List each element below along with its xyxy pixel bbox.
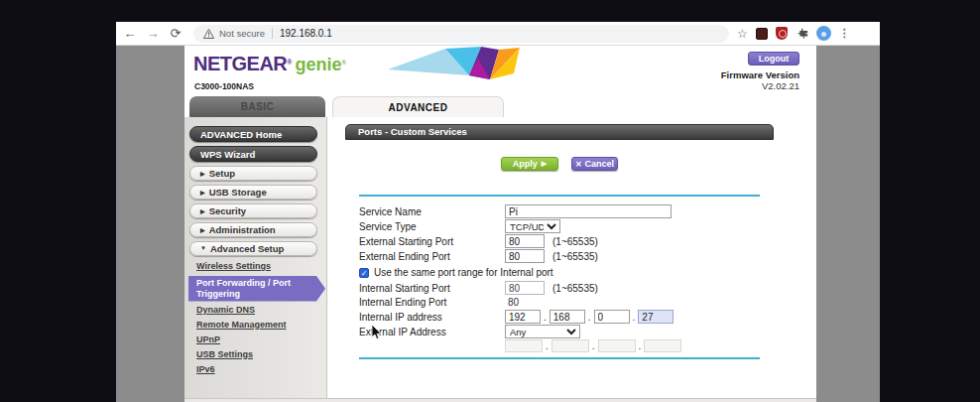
bookmark-star-icon[interactable]: ☆ [737, 27, 748, 41]
service-type-select[interactable]: TCP/UDP [505, 219, 560, 233]
extensions-puzzle-icon[interactable] [796, 25, 808, 43]
caret-down-icon: ▼ [200, 245, 206, 251]
external-ip-select[interactable]: Any [505, 325, 580, 338]
internal-ip-octet-4[interactable] [638, 310, 674, 324]
sidebar-item-wps-wizard[interactable]: WPS Wizard [189, 146, 317, 162]
internal-starting-port-label: Internal Starting Port [359, 283, 505, 294]
genie-ribbon-graphic [388, 46, 537, 83]
sidebar-item-advanced-home[interactable]: ADVANCED Home [189, 126, 317, 142]
forward-icon[interactable]: → [145, 23, 161, 45]
page-background: NETGEAR®genie® C3000-100NAS Log [116, 46, 880, 402]
external-ending-port-label: External Ending Port [359, 251, 505, 262]
logout-button[interactable]: Logout [748, 52, 799, 66]
tab-basic[interactable]: BASIC [189, 96, 325, 117]
sidebar-item-label: USB Storage [209, 187, 267, 198]
service-name-label: Service Name [359, 206, 505, 217]
not-secure-warning-icon[interactable] [203, 29, 214, 39]
submenu-dynamic-dns[interactable]: Dynamic DNS [196, 305, 326, 315]
apply-arrow-icon: ▶ [542, 160, 547, 168]
cancel-button[interactable]: ✕Cancel [571, 157, 618, 171]
external-starting-port-input[interactable] [505, 234, 545, 248]
ports-custom-services-panel: Ports - Custom Services Apply▶ ✕Cancel S… [345, 124, 774, 359]
address-bar[interactable]: Not secure 192.168.0.1 [193, 25, 729, 43]
service-type-label: Service Type [359, 221, 505, 232]
netgear-genie-logo: NETGEAR®genie® [193, 53, 346, 75]
registered-mark: ® [341, 60, 345, 66]
same-port-range-label: Use the same port range for Internal por… [374, 267, 553, 278]
internal-ip-octet-3[interactable] [594, 310, 630, 324]
tab-advanced[interactable]: ADVANCED [332, 96, 504, 117]
sidebar-item-label: Setup [209, 168, 235, 179]
internal-ip-octet-1[interactable] [505, 310, 541, 324]
sidebar-item-label: ADVANCED Home [200, 129, 282, 140]
submenu-wireless-settings[interactable]: Wireless Settings [196, 261, 326, 271]
security-label: Not secure [219, 28, 265, 39]
ip-dot: . [633, 312, 636, 323]
firmware-label: Firmware Version [721, 69, 799, 80]
reload-icon[interactable]: ⟳ [168, 23, 184, 45]
sidebar-item-usb-storage[interactable]: ▶USB Storage [189, 185, 317, 200]
browser-window: ← → ⟳ Not secure 192.168.0.1 ☆ ⋮ [116, 22, 880, 402]
main-tabs: BASIC ADVANCED [184, 95, 816, 117]
port-forwarding-form: Service Name Service Type TCP/UDP Extern… [345, 197, 774, 352]
model-number: C3000-100NAS [194, 81, 254, 91]
main-content: Ports - Custom Services Apply▶ ✕Cancel S… [327, 117, 816, 402]
same-port-range-checkbox[interactable]: ✓ [359, 268, 369, 278]
submenu-port-forwarding-selected[interactable]: Port Forwarding / Port Triggering [188, 276, 325, 302]
apply-button[interactable]: Apply▶ [501, 157, 558, 171]
port-range-hint: (1~65535) [552, 251, 598, 262]
caret-right-icon: ▶ [200, 226, 205, 233]
caret-right-icon: ▶ [200, 189, 205, 196]
internal-starting-port-input[interactable] [505, 281, 545, 295]
browser-toolbar: ← → ⟳ Not secure 192.168.0.1 ☆ ⋮ [116, 22, 880, 46]
submenu-ipv6[interactable]: IPv6 [196, 364, 326, 374]
url-text: 192.168.0.1 [280, 28, 332, 39]
cancel-x-icon: ✕ [575, 160, 582, 169]
submenu-usb-settings[interactable]: USB Settings [196, 349, 326, 359]
apply-label: Apply [513, 159, 538, 169]
external-ending-port-input[interactable] [505, 249, 545, 263]
port-range-hint: (1~65535) [552, 283, 598, 294]
url-separator [272, 28, 273, 39]
sidebar-item-administration[interactable]: ▶Administration [189, 222, 317, 237]
sidebar-item-label: Advanced Setup [210, 243, 284, 254]
panel-title: Ports - Custom Services [345, 124, 774, 140]
brand-netgear: NETGEAR [193, 53, 287, 74]
advanced-setup-submenu: Wireless Settings Port Forwarding / Port… [184, 261, 326, 374]
service-name-input[interactable] [505, 204, 672, 218]
sidebar-item-label: Administration [209, 224, 276, 235]
internal-ip-octet-2[interactable] [550, 310, 585, 324]
sidebar-item-setup[interactable]: ▶Setup [189, 166, 317, 181]
checkmark-icon: ✓ [361, 269, 368, 278]
sidebar-item-label: Security [209, 205, 247, 216]
internal-ending-port-value: 80 [505, 297, 519, 308]
mouse-cursor [371, 325, 382, 344]
internal-ending-port-label: Internal Ending Port [359, 297, 505, 308]
profile-avatar[interactable] [816, 26, 831, 41]
ip-dot: . [639, 340, 642, 351]
submenu-upnp[interactable]: UPnP [196, 335, 326, 344]
external-ip-octet-4 [644, 339, 681, 352]
sidebar-item-security[interactable]: ▶Security [189, 203, 317, 218]
ip-dot: . [592, 340, 595, 351]
back-icon[interactable]: ← [122, 23, 138, 45]
extension-icon[interactable] [756, 28, 768, 40]
firmware-info: Firmware Version V2.02.21 [721, 69, 799, 91]
submenu-remote-management[interactable]: Remote Management [196, 320, 326, 330]
registered-mark: ® [287, 59, 292, 66]
caret-right-icon: ▶ [200, 207, 205, 214]
browser-menu-icon[interactable]: ⋮ [839, 27, 850, 40]
firmware-version: V2.02.21 [721, 80, 799, 91]
external-ip-octet-3 [598, 339, 636, 352]
cancel-label: Cancel [585, 159, 615, 169]
internal-ip-label: Internal IP address [359, 312, 505, 323]
page-footer-edge [184, 398, 816, 402]
screen: ← → ⟳ Not secure 192.168.0.1 ☆ ⋮ [0, 0, 980, 402]
adblock-shield-icon[interactable] [776, 27, 788, 40]
router-admin-page: NETGEAR®genie® C3000-100NAS Log [184, 46, 816, 402]
sidebar-item-advanced-setup[interactable]: ▼Advanced Setup [189, 241, 317, 256]
teal-divider-bottom [359, 357, 760, 359]
external-ip-octet-2 [551, 339, 589, 352]
ip-dot: . [546, 340, 549, 351]
ip-dot: . [544, 312, 547, 323]
